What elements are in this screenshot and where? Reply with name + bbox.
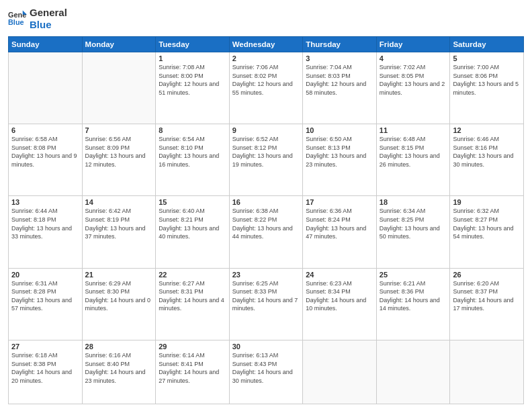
calendar-cell — [9, 52, 83, 124]
calendar-cell: 13Sunrise: 6:44 AM Sunset: 8:18 PM Dayli… — [9, 196, 83, 268]
calendar-cell: 3Sunrise: 7:04 AM Sunset: 8:03 PM Daylig… — [303, 52, 377, 124]
day-number: 6 — [11, 126, 79, 134]
day-info: Sunrise: 6:32 AM Sunset: 8:27 PM Dayligh… — [453, 207, 521, 240]
calendar-cell: 1Sunrise: 7:08 AM Sunset: 8:00 PM Daylig… — [156, 52, 230, 124]
day-info: Sunrise: 6:54 AM Sunset: 8:10 PM Dayligh… — [159, 135, 226, 169]
calendar-cell: 19Sunrise: 6:32 AM Sunset: 8:27 PM Dayli… — [450, 196, 524, 268]
calendar-table: SundayMondayTuesdayWednesdayThursdayFrid… — [8, 36, 524, 404]
day-info: Sunrise: 7:04 AM Sunset: 8:03 PM Dayligh… — [306, 63, 373, 97]
day-info: Sunrise: 6:56 AM Sunset: 8:09 PM Dayligh… — [85, 135, 153, 169]
col-header-thursday: Thursday — [303, 37, 377, 52]
calendar-cell: 4Sunrise: 7:02 AM Sunset: 8:05 PM Daylig… — [376, 52, 450, 124]
col-header-sunday: Sunday — [9, 37, 83, 52]
day-number: 14 — [85, 198, 153, 206]
calendar-cell: 7Sunrise: 6:56 AM Sunset: 8:09 PM Daylig… — [82, 124, 156, 196]
day-number: 7 — [85, 126, 153, 134]
day-number: 2 — [232, 54, 300, 62]
calendar-cell — [82, 52, 156, 124]
day-number: 8 — [159, 126, 226, 134]
day-number: 12 — [453, 126, 521, 134]
calendar-cell: 16Sunrise: 6:38 AM Sunset: 8:22 PM Dayli… — [229, 196, 303, 268]
day-number: 18 — [380, 198, 447, 206]
calendar-cell: 10Sunrise: 6:50 AM Sunset: 8:13 PM Dayli… — [303, 124, 377, 196]
day-info: Sunrise: 6:34 AM Sunset: 8:25 PM Dayligh… — [380, 207, 447, 240]
calendar-cell: 18Sunrise: 6:34 AM Sunset: 8:25 PM Dayli… — [376, 196, 450, 268]
day-info: Sunrise: 6:23 AM Sunset: 8:34 PM Dayligh… — [306, 279, 373, 313]
day-info: Sunrise: 6:16 AM Sunset: 8:40 PM Dayligh… — [85, 351, 153, 385]
day-info: Sunrise: 6:13 AM Sunset: 8:43 PM Dayligh… — [232, 351, 300, 385]
day-number: 22 — [159, 271, 226, 279]
day-number: 4 — [380, 54, 447, 62]
day-number: 21 — [85, 271, 153, 279]
logo: General Blue General Blue — [8, 7, 67, 31]
logo-blue: Blue — [30, 19, 67, 31]
calendar-cell — [450, 340, 524, 404]
day-info: Sunrise: 6:46 AM Sunset: 8:16 PM Dayligh… — [453, 135, 521, 169]
svg-text:Blue: Blue — [8, 18, 24, 26]
day-info: Sunrise: 6:20 AM Sunset: 8:37 PM Dayligh… — [453, 279, 521, 313]
day-number: 11 — [380, 126, 447, 134]
day-number: 1 — [159, 54, 226, 62]
day-info: Sunrise: 6:42 AM Sunset: 8:19 PM Dayligh… — [85, 207, 153, 240]
day-info: Sunrise: 6:14 AM Sunset: 8:41 PM Dayligh… — [159, 351, 226, 385]
col-header-tuesday: Tuesday — [156, 37, 230, 52]
day-info: Sunrise: 6:48 AM Sunset: 8:15 PM Dayligh… — [380, 135, 447, 169]
day-info: Sunrise: 6:36 AM Sunset: 8:24 PM Dayligh… — [306, 207, 373, 240]
day-number: 10 — [306, 126, 373, 134]
logo-general: General — [30, 7, 67, 19]
calendar-cell: 28Sunrise: 6:16 AM Sunset: 8:40 PM Dayli… — [82, 340, 156, 404]
day-info: Sunrise: 6:58 AM Sunset: 8:08 PM Dayligh… — [11, 135, 79, 169]
calendar-cell: 29Sunrise: 6:14 AM Sunset: 8:41 PM Dayli… — [156, 340, 230, 404]
day-info: Sunrise: 6:27 AM Sunset: 8:31 PM Dayligh… — [159, 279, 226, 313]
calendar-cell: 9Sunrise: 6:52 AM Sunset: 8:12 PM Daylig… — [229, 124, 303, 196]
calendar-cell: 21Sunrise: 6:29 AM Sunset: 8:30 PM Dayli… — [82, 268, 156, 340]
col-header-monday: Monday — [82, 37, 156, 52]
day-info: Sunrise: 7:02 AM Sunset: 8:05 PM Dayligh… — [380, 63, 447, 97]
col-header-saturday: Saturday — [450, 37, 524, 52]
day-number: 29 — [159, 342, 226, 351]
day-number: 24 — [306, 271, 373, 279]
calendar-cell: 11Sunrise: 6:48 AM Sunset: 8:15 PM Dayli… — [376, 124, 450, 196]
day-number: 5 — [453, 54, 521, 62]
calendar-cell: 6Sunrise: 6:58 AM Sunset: 8:08 PM Daylig… — [9, 124, 83, 196]
calendar-cell — [376, 340, 450, 404]
day-info: Sunrise: 6:44 AM Sunset: 8:18 PM Dayligh… — [11, 207, 79, 240]
day-number: 28 — [85, 342, 153, 351]
logo-icon: General Blue — [8, 9, 27, 28]
day-number: 3 — [306, 54, 373, 62]
day-info: Sunrise: 6:18 AM Sunset: 8:38 PM Dayligh… — [11, 351, 79, 385]
day-number: 25 — [380, 271, 447, 279]
day-info: Sunrise: 6:29 AM Sunset: 8:30 PM Dayligh… — [85, 279, 153, 313]
calendar-cell: 5Sunrise: 7:00 AM Sunset: 8:06 PM Daylig… — [450, 52, 524, 124]
day-info: Sunrise: 6:38 AM Sunset: 8:22 PM Dayligh… — [232, 207, 300, 240]
day-number: 19 — [453, 198, 521, 206]
page: General Blue General Blue SundayMondayTu… — [0, 0, 532, 411]
calendar-cell: 20Sunrise: 6:31 AM Sunset: 8:28 PM Dayli… — [9, 268, 83, 340]
day-info: Sunrise: 7:00 AM Sunset: 8:06 PM Dayligh… — [453, 63, 521, 97]
col-header-friday: Friday — [376, 37, 450, 52]
day-header-row: SundayMondayTuesdayWednesdayThursdayFrid… — [9, 37, 524, 52]
day-info: Sunrise: 6:21 AM Sunset: 8:36 PM Dayligh… — [380, 279, 447, 313]
day-number: 30 — [232, 342, 300, 351]
day-number: 17 — [306, 198, 373, 206]
day-info: Sunrise: 7:06 AM Sunset: 8:02 PM Dayligh… — [232, 63, 300, 97]
day-info: Sunrise: 6:40 AM Sunset: 8:21 PM Dayligh… — [159, 207, 226, 240]
day-number: 20 — [11, 271, 79, 279]
day-number: 26 — [453, 271, 521, 279]
calendar-cell: 14Sunrise: 6:42 AM Sunset: 8:19 PM Dayli… — [82, 196, 156, 268]
day-number: 23 — [232, 271, 300, 279]
calendar-cell: 15Sunrise: 6:40 AM Sunset: 8:21 PM Dayli… — [156, 196, 230, 268]
header: General Blue General Blue — [8, 7, 524, 31]
day-info: Sunrise: 6:25 AM Sunset: 8:33 PM Dayligh… — [232, 279, 300, 313]
day-info: Sunrise: 7:08 AM Sunset: 8:00 PM Dayligh… — [159, 63, 226, 97]
calendar-cell — [303, 340, 377, 404]
day-number: 9 — [232, 126, 300, 134]
calendar-cell: 12Sunrise: 6:46 AM Sunset: 8:16 PM Dayli… — [450, 124, 524, 196]
calendar-cell: 30Sunrise: 6:13 AM Sunset: 8:43 PM Dayli… — [229, 340, 303, 404]
day-number: 27 — [11, 342, 79, 351]
calendar-cell: 8Sunrise: 6:54 AM Sunset: 8:10 PM Daylig… — [156, 124, 230, 196]
day-number: 15 — [159, 198, 226, 206]
day-number: 16 — [232, 198, 300, 206]
day-info: Sunrise: 6:31 AM Sunset: 8:28 PM Dayligh… — [11, 279, 79, 313]
day-number: 13 — [11, 198, 79, 206]
